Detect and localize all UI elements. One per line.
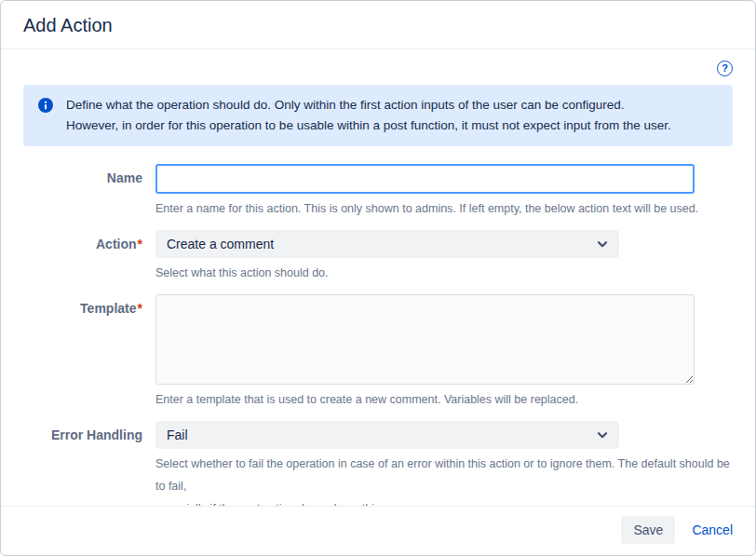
banner-line: Define what the operation should do. Onl… [66,95,671,115]
required-marker: * [138,237,142,251]
chevron-down-icon [595,237,610,251]
form-row-action: Action* Create a comment Select what thi… [23,230,733,284]
action-select[interactable]: Create a comment [155,230,619,258]
action-field: Create a comment Select what this action… [155,230,733,284]
form-row-error-handling: Error Handling Fail Select whether to fa… [23,421,733,506]
template-label: Template* [23,294,142,411]
error-handling-description-line: Select whether to fail the operation in … [155,453,733,497]
help-icon[interactable]: ? [717,61,733,76]
error-handling-label-text: Error Handling [51,427,142,442]
template-label-text: Template [80,301,136,316]
banner-text: Define what the operation should do. Onl… [66,95,671,136]
dialog-title: Add Action [23,15,733,36]
action-select-value: Create a comment [167,237,274,251]
info-icon [38,95,53,136]
chevron-down-icon [595,427,610,442]
name-input[interactable] [155,164,695,194]
template-field: Enter a template that is used to create … [155,294,733,411]
error-handling-description: Select whether to fail the operation in … [155,453,733,506]
dialog-header: Add Action [1,1,755,49]
form-row-template: Template* Enter a template that is used … [23,294,733,411]
banner-line: However, in order for this operation to … [66,115,671,136]
error-handling-select-value: Fail [167,427,188,442]
action-label-text: Action [96,237,137,251]
name-label: Name [23,164,142,220]
cancel-button[interactable]: Cancel [692,522,733,537]
error-handling-field: Fail Select whether to fail the operatio… [155,421,733,506]
error-handling-description-line: especially if the next action depends on… [155,497,733,506]
name-label-text: Name [107,170,142,185]
dialog-body: ? Define what the operation should do. O… [1,49,755,506]
form-row-name: Name Enter a name for this action. This … [23,164,733,220]
name-description: Enter a name for this action. This is on… [155,197,733,220]
dialog-footer: Save Cancel [1,506,755,555]
action-label: Action* [23,230,142,284]
template-description: Enter a template that is used to create … [155,388,733,411]
add-action-dialog: Add Action ? Define what the operation s… [0,0,756,556]
required-marker: * [138,301,142,316]
help-row: ? [23,61,733,79]
error-handling-label: Error Handling [23,421,142,506]
name-field: Enter a name for this action. This is on… [155,164,733,220]
action-description: Select what this action should do. [155,262,733,284]
save-button[interactable]: Save [621,516,675,544]
info-banner: Define what the operation should do. Onl… [23,85,733,146]
error-handling-select[interactable]: Fail [155,421,619,449]
template-textarea[interactable] [155,294,695,385]
add-action-form: Name Enter a name for this action. This … [23,164,733,506]
